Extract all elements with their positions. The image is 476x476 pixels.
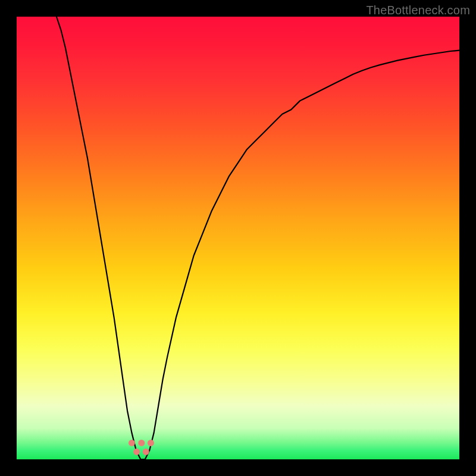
chart-plot-area (17, 17, 459, 459)
curve-marker (143, 449, 149, 455)
curve-marker (133, 449, 140, 455)
bottleneck-curve (57, 17, 459, 459)
watermark-text: TheBottleneck.com (366, 4, 470, 17)
curve-marker (129, 440, 135, 446)
curve-marker (148, 440, 154, 446)
chart-svg (17, 17, 459, 459)
curve-marker (138, 440, 145, 446)
chart-frame: TheBottleneck.com (0, 0, 476, 476)
